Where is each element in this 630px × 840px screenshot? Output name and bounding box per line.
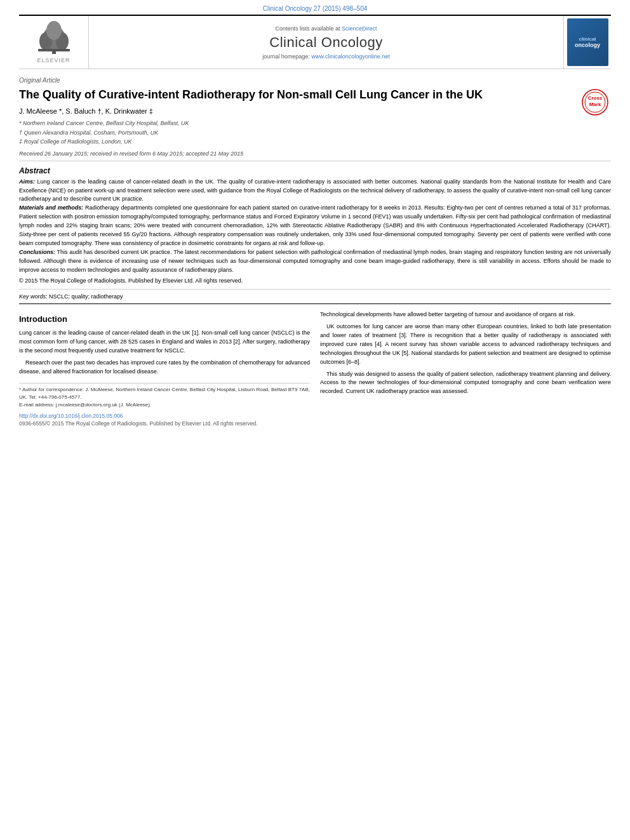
intro-heading: Introduction	[19, 313, 310, 326]
elsevier-logo-area: ELSEVIER	[19, 16, 89, 69]
affiliation-1: * Northern Ireland Cancer Centre, Belfas…	[19, 119, 611, 128]
sciencedirect-link[interactable]: ScienceDirect	[342, 25, 377, 32]
conclusions-text: This audit has described current UK prac…	[19, 249, 611, 273]
journal-thumb-area: clinical oncology	[563, 16, 611, 69]
svg-text:Cross: Cross	[588, 95, 603, 101]
journal-thumbnail: clinical oncology	[567, 18, 608, 66]
col2-para1: Technological developments have allowed …	[320, 310, 611, 319]
article-type: Original Article	[19, 77, 611, 84]
crossmark[interactable]: Cross Mark	[579, 88, 611, 116]
journal-top-ref: Clinical Oncology 27 (2015) 498–504	[0, 0, 630, 15]
elsevier-label: ELSEVIER	[37, 57, 70, 63]
mm-text: Radiotherapy departments completed one q…	[19, 204, 611, 246]
col2-para2: UK outcomes for lung cancer are worse th…	[320, 323, 611, 367]
footnote-1: * Author for correspondence: J. McAleese…	[19, 386, 310, 401]
mm-label: Materials and methods:	[19, 204, 83, 211]
elsevier-tree-icon	[32, 21, 76, 56]
article-title: The Quality of Curative-intent Radiother…	[19, 88, 611, 102]
affiliation-3: ‡ Royal College of Radiologists, London,…	[19, 137, 611, 146]
homepage-link[interactable]: www.clinicaloncologyonline.net	[311, 53, 390, 60]
footnote2-text: E-mail address: j.mcaleese@doctors.org.u…	[19, 402, 151, 408]
received-line: Received 26 January 2015; received in re…	[19, 150, 611, 161]
col1-para2: Research over the past two decades has i…	[19, 359, 310, 377]
journal-header: ELSEVIER Contents lists available at Sci…	[19, 15, 611, 69]
doi-line: http://dx.doi.org/10.1016/j.clon.2015.05…	[19, 413, 611, 419]
abstract-body: Aims: Lung cancer is the leading cause o…	[19, 178, 611, 275]
page: Clinical Oncology 27 (2015) 498–504 ELSE…	[0, 0, 630, 840]
aims-text: Lung cancer is the leading cause of canc…	[19, 178, 611, 203]
authors: J. McAleese *, S. Baluch †, K. Drinkwate…	[19, 107, 611, 115]
contents-line: Contents lists available at ScienceDirec…	[275, 25, 377, 32]
col2-para3: This study was designed to assess the qu…	[320, 370, 611, 397]
column-left: Introduction Lung cancer is the leading …	[19, 310, 310, 409]
affiliations: * Northern Ireland Cancer Centre, Belfas…	[19, 119, 611, 146]
two-column-body: Introduction Lung cancer is the leading …	[0, 310, 630, 409]
keywords-label: Key words:	[19, 293, 48, 300]
svg-text:Mark: Mark	[589, 102, 601, 107]
journal-name: Clinical Oncology	[269, 34, 382, 51]
crossmark-icon: Cross Mark	[582, 89, 608, 116]
elsevier-logo: ELSEVIER	[32, 21, 76, 63]
svg-point-4	[46, 21, 62, 40]
journal-header-center: Contents lists available at ScienceDirec…	[89, 16, 563, 69]
abstract-section: Abstract Aims: Lung cancer is the leadin…	[19, 166, 611, 284]
keywords-text: NSCLC; quality; radiotherapy	[49, 293, 123, 300]
conclusions-label: Conclusions:	[19, 249, 55, 255]
svg-rect-5	[38, 49, 70, 51]
aims-label: Aims:	[19, 178, 35, 185]
homepage-line: journal homepage: www.clinicaloncologyon…	[262, 53, 390, 60]
issn-line: 0936-6555/© 2015 The Royal College of Ra…	[19, 420, 611, 427]
footnote-2: E-mail address: j.mcaleese@doctors.org.u…	[19, 401, 310, 409]
col1-para1: Lung cancer is the leading cause of canc…	[19, 329, 310, 356]
article-content: Original Article The Quality of Curative…	[0, 69, 630, 310]
journal-citation: Clinical Oncology 27 (2015) 498–504	[263, 5, 368, 12]
column-right: Technological developments have allowed …	[320, 310, 611, 409]
footnotes: * Author for correspondence: J. McAleese…	[19, 383, 310, 409]
page-footer: http://dx.doi.org/10.1016/j.clon.2015.05…	[0, 409, 630, 432]
keywords-line: Key words: NSCLC; quality; radiotherapy	[19, 289, 611, 304]
doi-link[interactable]: http://dx.doi.org/10.1016/j.clon.2015.05…	[19, 413, 123, 419]
affiliation-2: † Queen Alexandra Hospital, Cosham, Port…	[19, 128, 611, 137]
abstract-heading: Abstract	[19, 166, 611, 175]
copyright-line: © 2015 The Royal College of Radiologists…	[19, 277, 611, 284]
